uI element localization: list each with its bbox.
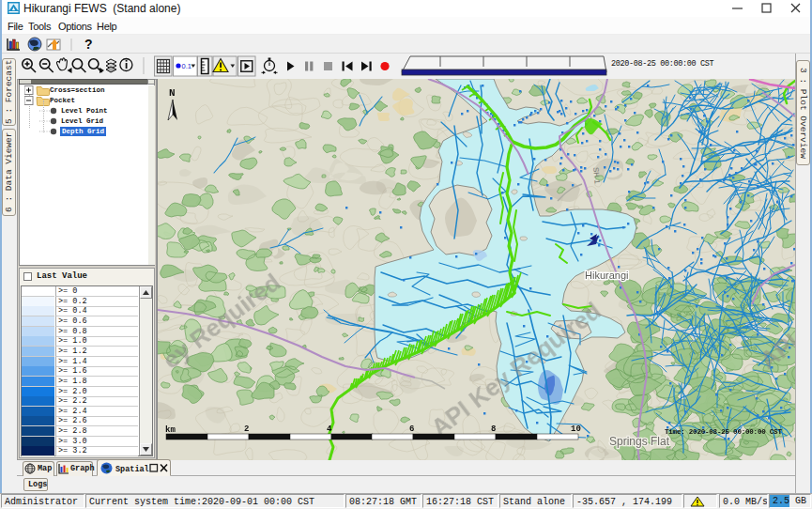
svg-text:4: 4 — [327, 424, 332, 434]
svg-text:10: 10 — [571, 424, 581, 434]
svg-text:km: km — [165, 425, 176, 435]
svg-text:N: N — [169, 87, 176, 99]
svg-text:Hikurangi: Hikurangi — [585, 270, 628, 281]
svg-text:Springs Flat: Springs Flat — [609, 435, 670, 448]
svg-text:2: 2 — [244, 424, 249, 434]
svg-text:0.1: 0.1 — [182, 62, 192, 70]
svg-text:8: 8 — [491, 424, 496, 434]
svg-text:Time: 2020-08-25 00:00:00 CST: Time: 2020-08-25 00:00:00 CST — [665, 428, 782, 436]
svg-text:SH 1: SH 1 — [591, 167, 602, 185]
svg-text:6: 6 — [409, 424, 414, 434]
